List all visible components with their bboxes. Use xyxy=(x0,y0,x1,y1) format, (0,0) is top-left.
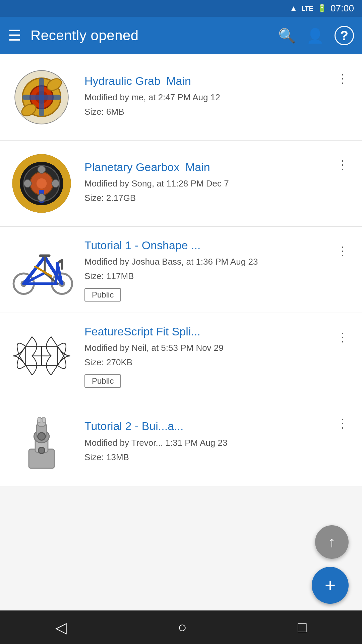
item-info: FeatureScript Fit Spli... Modified by Ne… xyxy=(84,324,331,388)
upload-icon: ↑ xyxy=(328,535,336,549)
menu-icon[interactable]: ☰ xyxy=(8,28,21,43)
item-title: Tutorial 2 - Bui...a... xyxy=(84,419,331,433)
item-more-button[interactable]: ⋮ xyxy=(331,239,354,264)
help-icon[interactable]: ? xyxy=(335,26,354,45)
item-branch: Main xyxy=(185,161,210,173)
back-button[interactable]: ◁ xyxy=(45,613,77,641)
item-title: Planetary Gearbox Main xyxy=(84,160,331,174)
search-icon[interactable]: 🔍 xyxy=(278,28,296,44)
item-info: Hydraulic Grab Main Modified by me, at 2… xyxy=(84,73,331,121)
item-meta: Modified by Joshua Bass, at 1:36 PM Aug … xyxy=(84,255,331,268)
item-title: FeatureScript Fit Spli... xyxy=(84,324,331,339)
status-icons: ▲ LTE 🔋 07:00 xyxy=(290,3,354,14)
item-thumbnail xyxy=(8,322,75,389)
item-meta: Modified by Song, at 11:28 PM Dec 7 xyxy=(84,177,331,190)
svg-point-17 xyxy=(52,180,59,187)
item-thumbnail xyxy=(8,409,75,476)
upload-fab-button[interactable]: ↑ xyxy=(315,525,349,559)
item-more-button[interactable]: ⋮ xyxy=(331,325,354,350)
public-badge: Public xyxy=(84,288,121,302)
bottom-nav: ◁ ○ □ xyxy=(0,610,362,644)
list-item[interactable]: Tutorial 1 - Onshape ... Modified by Jos… xyxy=(0,227,362,313)
item-more-button[interactable]: ⋮ xyxy=(331,66,354,91)
add-fab-button[interactable]: + xyxy=(312,567,349,604)
list-item[interactable]: Planetary Gearbox Main Modified by Song,… xyxy=(0,141,362,227)
app-bar: ☰ Recently opened 🔍 👤 ? xyxy=(0,17,362,54)
public-badge: Public xyxy=(84,374,121,388)
item-thumbnail xyxy=(8,236,75,303)
svg-point-46 xyxy=(39,447,45,453)
item-size: Size: 6MB xyxy=(84,107,331,117)
battery-icon: 🔋 xyxy=(317,4,326,13)
item-more-button[interactable]: ⋮ xyxy=(331,153,354,177)
svg-point-13 xyxy=(37,178,47,189)
item-meta: Modified by me, at 2:47 PM Aug 12 xyxy=(84,91,331,104)
item-title: Hydraulic Grab Main xyxy=(84,73,331,88)
profile-icon[interactable]: 👤 xyxy=(306,28,324,44)
list-item[interactable]: FeatureScript Fit Spli... Modified by Ne… xyxy=(0,313,362,399)
status-bar: ▲ LTE 🔋 07:00 xyxy=(0,0,362,17)
svg-point-16 xyxy=(24,180,32,187)
list-item[interactable]: Tutorial 2 - Bui...a... Modified by Trev… xyxy=(0,399,362,486)
item-thumbnail xyxy=(8,150,75,217)
svg-point-14 xyxy=(38,166,46,173)
file-list: Hydraulic Grab Main Modified by me, at 2… xyxy=(0,54,362,486)
page-title: Recently opened xyxy=(31,28,269,44)
fab-area: ↑ + xyxy=(312,525,349,604)
svg-rect-48 xyxy=(42,417,45,422)
item-meta: Modified by Trevor... 1:31 PM Aug 23 xyxy=(84,436,331,449)
item-title: Tutorial 1 - Onshape ... xyxy=(84,238,331,253)
svg-point-15 xyxy=(38,194,46,201)
item-size: Size: 270KB xyxy=(84,357,331,368)
svg-rect-47 xyxy=(38,417,41,422)
item-more-button[interactable]: ⋮ xyxy=(331,411,354,436)
recents-button[interactable]: □ xyxy=(287,613,317,641)
item-thumbnail xyxy=(8,64,75,131)
add-icon: + xyxy=(325,576,336,595)
app-bar-actions: 🔍 👤 ? xyxy=(278,26,354,45)
svg-point-45 xyxy=(38,432,46,440)
status-time: 07:00 xyxy=(330,3,354,14)
wifi-icon: ▲ xyxy=(290,4,297,13)
home-button[interactable]: ○ xyxy=(167,613,197,641)
item-branch: Main xyxy=(166,74,191,87)
lte-icon: LTE xyxy=(301,5,313,12)
item-info: Tutorial 1 - Onshape ... Modified by Jos… xyxy=(84,238,331,302)
item-size: Size: 2.17GB xyxy=(84,193,331,203)
item-size: Size: 117MB xyxy=(84,271,331,281)
item-meta: Modified by Neil, at 5:53 PM Nov 29 xyxy=(84,341,331,355)
list-item[interactable]: Hydraulic Grab Main Modified by me, at 2… xyxy=(0,54,362,141)
item-info: Planetary Gearbox Main Modified by Song,… xyxy=(84,160,331,207)
svg-rect-5 xyxy=(39,78,44,116)
item-size: Size: 13MB xyxy=(84,452,331,463)
item-info: Tutorial 2 - Bui...a... Modified by Trev… xyxy=(84,419,331,466)
